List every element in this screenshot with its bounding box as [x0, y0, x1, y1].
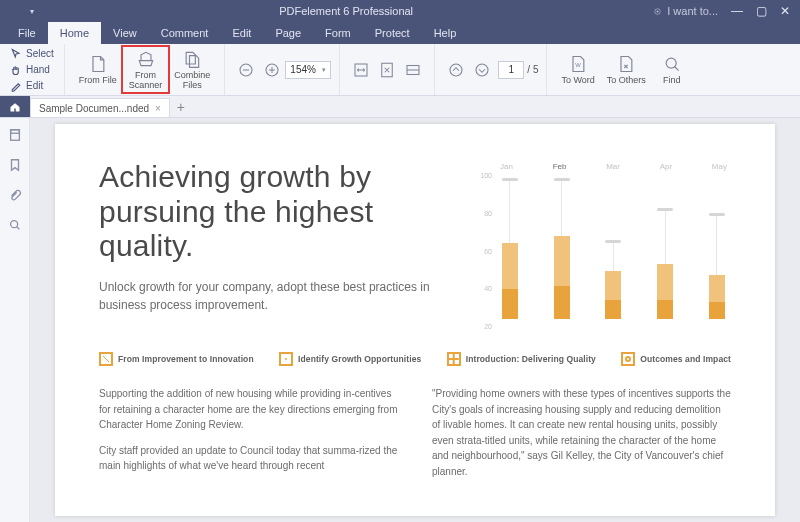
ribbon: Select Hand Edit From File From Scanner … [0, 44, 800, 96]
svg-text:W: W [575, 62, 581, 68]
search-panel-icon[interactable] [8, 218, 22, 234]
from-scanner-button[interactable]: From Scanner [123, 47, 169, 92]
tab-add-button[interactable]: + [170, 96, 192, 117]
to-word-button[interactable]: WTo Word [555, 52, 600, 87]
page: Achieving growth by pursuing the highest… [55, 124, 775, 516]
thumbnails-icon[interactable] [8, 128, 22, 144]
subhead: Unlock growth for your company, adopt th… [99, 278, 446, 314]
menu-protect[interactable]: Protect [363, 22, 422, 44]
menu-view[interactable]: View [101, 22, 149, 44]
zoom-level-input[interactable]: 154%▾ [285, 61, 331, 79]
menu-form[interactable]: Form [313, 22, 363, 44]
bookmarks-icon[interactable] [8, 158, 22, 174]
fit-width-icon[interactable] [348, 57, 374, 83]
menu-help[interactable]: Help [422, 22, 469, 44]
menu-page[interactable]: Page [263, 22, 313, 44]
qat-dropdown-icon[interactable]: ▾ [30, 7, 34, 16]
section-link[interactable]: Outcomes and Impact [621, 352, 731, 366]
section-link[interactable]: Identify Growth Opportunities [279, 352, 421, 366]
zoom-in-button[interactable] [259, 57, 285, 83]
menubar: FileHomeViewCommentEditPageFormProtectHe… [0, 22, 800, 44]
to-others-button[interactable]: To Others [601, 52, 652, 87]
menu-edit[interactable]: Edit [220, 22, 263, 44]
tabstrip: Sample Documen...nded × + [0, 96, 800, 118]
actual-size-icon[interactable] [400, 57, 426, 83]
window-minimize-icon[interactable]: — [726, 4, 748, 18]
page-number-input[interactable]: 1 [498, 61, 524, 79]
svg-point-11 [450, 64, 462, 76]
combine-files-button[interactable]: Combine Files [168, 47, 216, 92]
headline: Achieving growth by pursuing the highest… [99, 160, 446, 264]
svg-point-5 [657, 10, 658, 11]
hand-tool[interactable]: Hand [8, 63, 52, 77]
home-tab-icon[interactable] [0, 96, 30, 117]
window-maximize-icon[interactable]: ▢ [750, 4, 772, 18]
svg-point-12 [476, 64, 488, 76]
page-total: / 5 [527, 64, 538, 75]
from-file-button[interactable]: From File [73, 52, 123, 87]
menu-file[interactable]: File [6, 22, 48, 44]
document-tab-label: Sample Documen...nded [39, 103, 149, 114]
section-link[interactable]: Introduction: Delivering Quality [447, 352, 596, 366]
titlebar: F ▾ PDFelement 6 Professional I want to.… [0, 0, 800, 22]
section-link[interactable]: From Improvement to Innovation [99, 352, 254, 366]
find-button[interactable]: Find [652, 52, 692, 87]
window-close-icon[interactable]: ✕ [774, 4, 796, 18]
page-up-button[interactable] [443, 57, 469, 83]
document-canvas[interactable]: Achieving growth by pursuing the highest… [30, 118, 800, 522]
body-col-1: Supporting the addition of new housing w… [99, 386, 398, 489]
svg-rect-15 [10, 130, 19, 141]
edit-tool[interactable]: Edit [8, 79, 45, 93]
side-panel [0, 118, 30, 522]
i-want-to[interactable]: I want to... [652, 5, 718, 17]
select-tool[interactable]: Select [8, 47, 56, 61]
svg-rect-16 [10, 130, 19, 134]
menu-comment[interactable]: Comment [149, 22, 221, 44]
menu-home[interactable]: Home [48, 22, 101, 44]
svg-point-17 [10, 221, 17, 228]
tab-close-icon[interactable]: × [155, 103, 161, 114]
zoom-out-button[interactable] [233, 57, 259, 83]
document-tab[interactable]: Sample Documen...nded × [30, 98, 170, 117]
app-title: PDFelement 6 Professional [40, 5, 652, 17]
fit-page-icon[interactable] [374, 57, 400, 83]
page-down-button[interactable] [469, 57, 495, 83]
section-links: From Improvement to InnovationIdentify G… [99, 352, 731, 366]
chart: 10080604020 JanFebMarAprMay [474, 160, 731, 330]
attachments-icon[interactable] [8, 188, 22, 204]
body-col-2: "Providing home owners with these types … [432, 386, 731, 489]
